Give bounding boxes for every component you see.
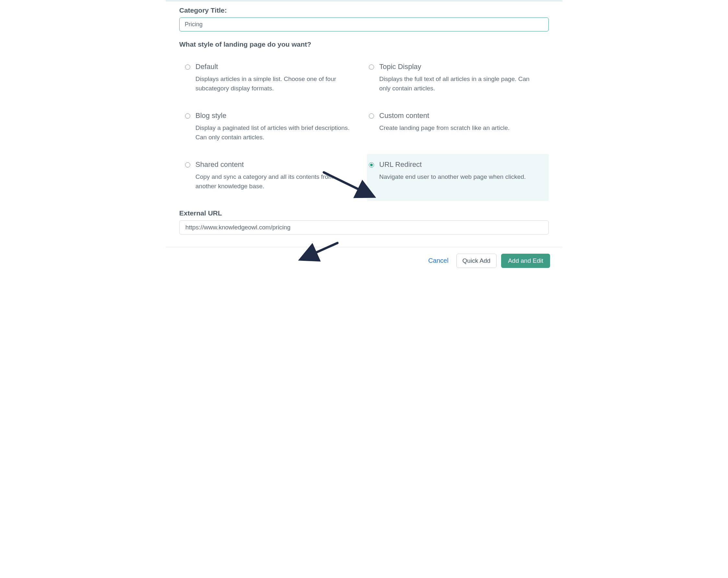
external-url-input[interactable] — [179, 220, 549, 235]
radio-url-redirect[interactable] — [369, 162, 374, 167]
footer-actions: Cancel Quick Add Add and Edit — [166, 247, 562, 275]
option-blog-style[interactable]: Blog style Display a paginated list of a… — [183, 105, 365, 152]
cancel-button[interactable]: Cancel — [425, 254, 451, 267]
option-desc: Create landing page from scratch like an… — [379, 123, 537, 133]
landing-style-options: Default Displays articles in a simple li… — [179, 56, 549, 201]
category-title-input[interactable] — [179, 18, 549, 31]
external-url-label: External URL — [179, 209, 549, 217]
option-title: Blog style — [196, 111, 353, 120]
radio-blog-style[interactable] — [185, 113, 190, 118]
option-desc: Display a paginated list of articles wit… — [196, 123, 353, 142]
option-desc: Displays the full text of all articles i… — [379, 74, 537, 93]
quick-add-button[interactable]: Quick Add — [457, 254, 497, 268]
option-desc: Copy and sync a category and all its con… — [196, 172, 353, 191]
radio-shared-content[interactable] — [185, 162, 190, 167]
option-desc: Navigate end user to another web page wh… — [379, 172, 537, 182]
add-and-edit-button[interactable]: Add and Edit — [501, 254, 550, 268]
option-topic-display[interactable]: Topic Display Displays the full text of … — [367, 56, 549, 103]
radio-topic-display[interactable] — [369, 64, 374, 70]
option-url-redirect[interactable]: URL Redirect Navigate end user to anothe… — [367, 154, 549, 201]
radio-custom-content[interactable] — [369, 113, 374, 118]
option-default[interactable]: Default Displays articles in a simple li… — [183, 56, 365, 103]
option-custom-content[interactable]: Custom content Create landing page from … — [367, 105, 549, 152]
category-title-label: Category Title: — [179, 6, 549, 14]
radio-default[interactable] — [185, 64, 190, 70]
option-title: URL Redirect — [379, 160, 537, 169]
landing-style-question: What style of landing page do you want? — [179, 40, 549, 48]
option-title: Topic Display — [379, 62, 537, 71]
option-title: Custom content — [379, 111, 537, 120]
option-shared-content[interactable]: Shared content Copy and sync a category … — [183, 154, 365, 201]
option-desc: Displays articles in a simple list. Choo… — [196, 74, 353, 93]
option-title: Default — [196, 62, 353, 71]
option-title: Shared content — [196, 160, 353, 169]
